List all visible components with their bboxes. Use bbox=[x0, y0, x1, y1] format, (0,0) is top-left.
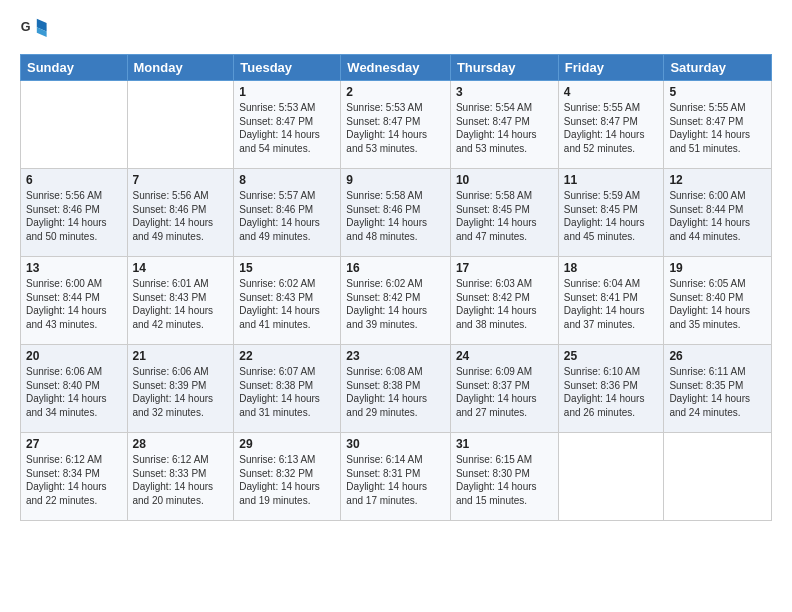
weekday-header-tuesday: Tuesday bbox=[234, 55, 341, 81]
calendar-cell: 24Sunrise: 6:09 AM Sunset: 8:37 PM Dayli… bbox=[450, 345, 558, 433]
calendar-cell: 29Sunrise: 6:13 AM Sunset: 8:32 PM Dayli… bbox=[234, 433, 341, 521]
calendar-cell: 22Sunrise: 6:07 AM Sunset: 8:38 PM Dayli… bbox=[234, 345, 341, 433]
day-number: 31 bbox=[456, 437, 553, 451]
day-info: Sunrise: 6:12 AM Sunset: 8:33 PM Dayligh… bbox=[133, 453, 229, 507]
day-number: 11 bbox=[564, 173, 659, 187]
header: G bbox=[20, 16, 772, 44]
day-info: Sunrise: 6:07 AM Sunset: 8:38 PM Dayligh… bbox=[239, 365, 335, 419]
day-info: Sunrise: 5:55 AM Sunset: 8:47 PM Dayligh… bbox=[669, 101, 766, 155]
day-info: Sunrise: 6:13 AM Sunset: 8:32 PM Dayligh… bbox=[239, 453, 335, 507]
calendar-cell: 31Sunrise: 6:15 AM Sunset: 8:30 PM Dayli… bbox=[450, 433, 558, 521]
calendar-cell: 30Sunrise: 6:14 AM Sunset: 8:31 PM Dayli… bbox=[341, 433, 451, 521]
day-info: Sunrise: 6:03 AM Sunset: 8:42 PM Dayligh… bbox=[456, 277, 553, 331]
weekday-header-row: SundayMondayTuesdayWednesdayThursdayFrid… bbox=[21, 55, 772, 81]
calendar-cell: 1Sunrise: 5:53 AM Sunset: 8:47 PM Daylig… bbox=[234, 81, 341, 169]
day-number: 2 bbox=[346, 85, 445, 99]
day-info: Sunrise: 6:02 AM Sunset: 8:43 PM Dayligh… bbox=[239, 277, 335, 331]
day-info: Sunrise: 6:08 AM Sunset: 8:38 PM Dayligh… bbox=[346, 365, 445, 419]
day-number: 29 bbox=[239, 437, 335, 451]
day-number: 26 bbox=[669, 349, 766, 363]
day-info: Sunrise: 5:54 AM Sunset: 8:47 PM Dayligh… bbox=[456, 101, 553, 155]
day-number: 3 bbox=[456, 85, 553, 99]
calendar-cell: 8Sunrise: 5:57 AM Sunset: 8:46 PM Daylig… bbox=[234, 169, 341, 257]
calendar-cell: 17Sunrise: 6:03 AM Sunset: 8:42 PM Dayli… bbox=[450, 257, 558, 345]
calendar-table: SundayMondayTuesdayWednesdayThursdayFrid… bbox=[20, 54, 772, 521]
calendar-cell: 3Sunrise: 5:54 AM Sunset: 8:47 PM Daylig… bbox=[450, 81, 558, 169]
day-info: Sunrise: 6:06 AM Sunset: 8:40 PM Dayligh… bbox=[26, 365, 122, 419]
weekday-header-wednesday: Wednesday bbox=[341, 55, 451, 81]
calendar-cell: 9Sunrise: 5:58 AM Sunset: 8:46 PM Daylig… bbox=[341, 169, 451, 257]
weekday-header-thursday: Thursday bbox=[450, 55, 558, 81]
calendar-cell: 20Sunrise: 6:06 AM Sunset: 8:40 PM Dayli… bbox=[21, 345, 128, 433]
calendar-cell: 21Sunrise: 6:06 AM Sunset: 8:39 PM Dayli… bbox=[127, 345, 234, 433]
calendar-cell: 15Sunrise: 6:02 AM Sunset: 8:43 PM Dayli… bbox=[234, 257, 341, 345]
day-info: Sunrise: 6:11 AM Sunset: 8:35 PM Dayligh… bbox=[669, 365, 766, 419]
calendar-cell: 28Sunrise: 6:12 AM Sunset: 8:33 PM Dayli… bbox=[127, 433, 234, 521]
day-number: 5 bbox=[669, 85, 766, 99]
day-number: 8 bbox=[239, 173, 335, 187]
calendar-cell: 26Sunrise: 6:11 AM Sunset: 8:35 PM Dayli… bbox=[664, 345, 772, 433]
calendar-cell: 4Sunrise: 5:55 AM Sunset: 8:47 PM Daylig… bbox=[558, 81, 664, 169]
week-row-4: 20Sunrise: 6:06 AM Sunset: 8:40 PM Dayli… bbox=[21, 345, 772, 433]
day-info: Sunrise: 6:00 AM Sunset: 8:44 PM Dayligh… bbox=[669, 189, 766, 243]
day-info: Sunrise: 6:04 AM Sunset: 8:41 PM Dayligh… bbox=[564, 277, 659, 331]
calendar-cell: 23Sunrise: 6:08 AM Sunset: 8:38 PM Dayli… bbox=[341, 345, 451, 433]
day-number: 6 bbox=[26, 173, 122, 187]
week-row-1: 1Sunrise: 5:53 AM Sunset: 8:47 PM Daylig… bbox=[21, 81, 772, 169]
calendar-cell: 11Sunrise: 5:59 AM Sunset: 8:45 PM Dayli… bbox=[558, 169, 664, 257]
day-info: Sunrise: 5:59 AM Sunset: 8:45 PM Dayligh… bbox=[564, 189, 659, 243]
day-number: 16 bbox=[346, 261, 445, 275]
day-number: 12 bbox=[669, 173, 766, 187]
page: G SundayMondayTuesdayWednesdayThursdayFr… bbox=[0, 0, 792, 612]
week-row-2: 6Sunrise: 5:56 AM Sunset: 8:46 PM Daylig… bbox=[21, 169, 772, 257]
day-number: 14 bbox=[133, 261, 229, 275]
calendar-cell: 12Sunrise: 6:00 AM Sunset: 8:44 PM Dayli… bbox=[664, 169, 772, 257]
day-number: 20 bbox=[26, 349, 122, 363]
calendar-cell bbox=[127, 81, 234, 169]
day-info: Sunrise: 6:14 AM Sunset: 8:31 PM Dayligh… bbox=[346, 453, 445, 507]
day-number: 10 bbox=[456, 173, 553, 187]
day-number: 22 bbox=[239, 349, 335, 363]
day-info: Sunrise: 6:10 AM Sunset: 8:36 PM Dayligh… bbox=[564, 365, 659, 419]
day-info: Sunrise: 6:05 AM Sunset: 8:40 PM Dayligh… bbox=[669, 277, 766, 331]
day-number: 21 bbox=[133, 349, 229, 363]
logo: G bbox=[20, 16, 50, 44]
weekday-header-friday: Friday bbox=[558, 55, 664, 81]
calendar-cell: 13Sunrise: 6:00 AM Sunset: 8:44 PM Dayli… bbox=[21, 257, 128, 345]
calendar-cell: 6Sunrise: 5:56 AM Sunset: 8:46 PM Daylig… bbox=[21, 169, 128, 257]
day-info: Sunrise: 6:06 AM Sunset: 8:39 PM Dayligh… bbox=[133, 365, 229, 419]
day-number: 15 bbox=[239, 261, 335, 275]
day-number: 28 bbox=[133, 437, 229, 451]
day-info: Sunrise: 5:55 AM Sunset: 8:47 PM Dayligh… bbox=[564, 101, 659, 155]
day-number: 17 bbox=[456, 261, 553, 275]
weekday-header-monday: Monday bbox=[127, 55, 234, 81]
svg-text:G: G bbox=[21, 20, 31, 34]
day-number: 18 bbox=[564, 261, 659, 275]
day-number: 7 bbox=[133, 173, 229, 187]
calendar-cell: 10Sunrise: 5:58 AM Sunset: 8:45 PM Dayli… bbox=[450, 169, 558, 257]
calendar-cell: 7Sunrise: 5:56 AM Sunset: 8:46 PM Daylig… bbox=[127, 169, 234, 257]
day-number: 23 bbox=[346, 349, 445, 363]
day-info: Sunrise: 6:12 AM Sunset: 8:34 PM Dayligh… bbox=[26, 453, 122, 507]
day-info: Sunrise: 5:56 AM Sunset: 8:46 PM Dayligh… bbox=[133, 189, 229, 243]
calendar-cell: 19Sunrise: 6:05 AM Sunset: 8:40 PM Dayli… bbox=[664, 257, 772, 345]
generalblue-icon: G bbox=[20, 16, 48, 44]
calendar-cell: 25Sunrise: 6:10 AM Sunset: 8:36 PM Dayli… bbox=[558, 345, 664, 433]
calendar-cell: 5Sunrise: 5:55 AM Sunset: 8:47 PM Daylig… bbox=[664, 81, 772, 169]
calendar-cell: 18Sunrise: 6:04 AM Sunset: 8:41 PM Dayli… bbox=[558, 257, 664, 345]
calendar-cell: 16Sunrise: 6:02 AM Sunset: 8:42 PM Dayli… bbox=[341, 257, 451, 345]
calendar-cell bbox=[558, 433, 664, 521]
day-info: Sunrise: 6:02 AM Sunset: 8:42 PM Dayligh… bbox=[346, 277, 445, 331]
week-row-5: 27Sunrise: 6:12 AM Sunset: 8:34 PM Dayli… bbox=[21, 433, 772, 521]
weekday-header-sunday: Sunday bbox=[21, 55, 128, 81]
week-row-3: 13Sunrise: 6:00 AM Sunset: 8:44 PM Dayli… bbox=[21, 257, 772, 345]
day-number: 27 bbox=[26, 437, 122, 451]
weekday-header-saturday: Saturday bbox=[664, 55, 772, 81]
calendar-cell: 27Sunrise: 6:12 AM Sunset: 8:34 PM Dayli… bbox=[21, 433, 128, 521]
day-info: Sunrise: 5:58 AM Sunset: 8:45 PM Dayligh… bbox=[456, 189, 553, 243]
day-number: 19 bbox=[669, 261, 766, 275]
day-info: Sunrise: 5:58 AM Sunset: 8:46 PM Dayligh… bbox=[346, 189, 445, 243]
day-number: 9 bbox=[346, 173, 445, 187]
day-info: Sunrise: 5:53 AM Sunset: 8:47 PM Dayligh… bbox=[239, 101, 335, 155]
day-number: 24 bbox=[456, 349, 553, 363]
